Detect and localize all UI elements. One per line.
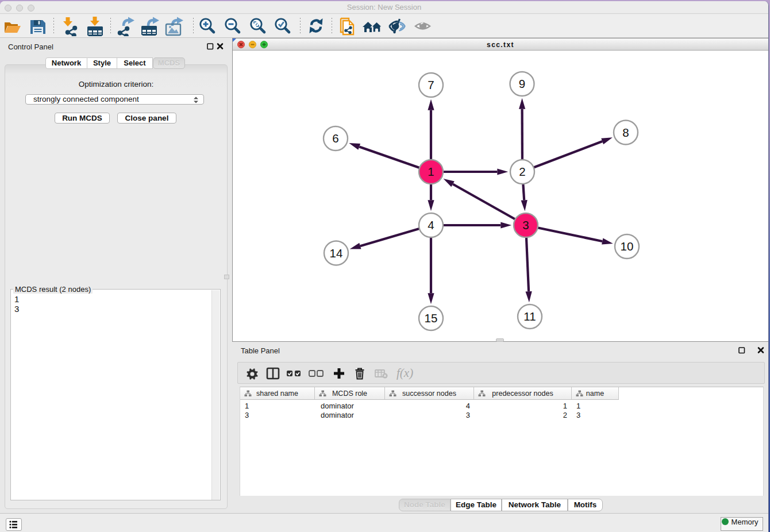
svg-text:11: 11 [523,310,536,323]
svg-text:15: 15 [425,311,438,325]
svg-text:1: 1 [428,165,434,178]
svg-text:2: 2 [519,165,525,178]
svg-text:14: 14 [330,246,343,260]
svg-text:10: 10 [621,240,634,253]
svg-text:7: 7 [428,78,434,91]
svg-text:4: 4 [428,218,434,232]
svg-text:3: 3 [522,218,529,232]
svg-text:6: 6 [332,132,338,145]
svg-text:8: 8 [622,126,629,139]
svg-text:9: 9 [519,77,525,90]
